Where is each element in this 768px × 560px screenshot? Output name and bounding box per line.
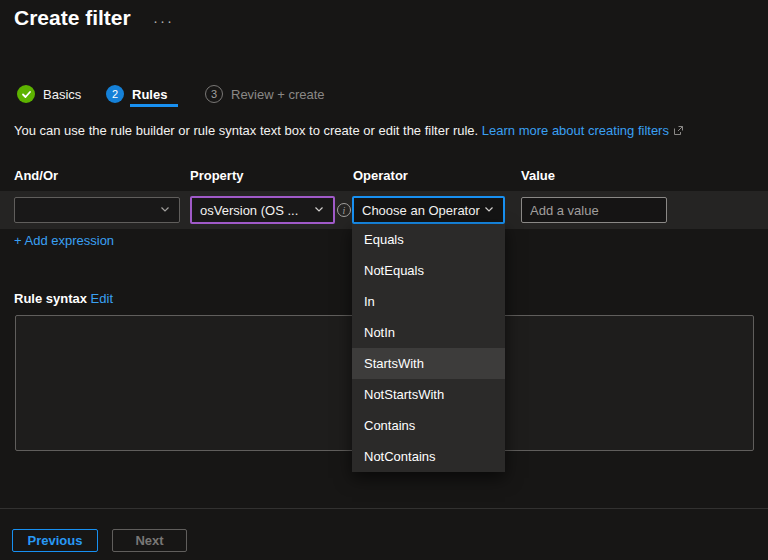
rule-syntax-header: Rule syntax Edit	[14, 291, 113, 306]
operator-option-notstartswith[interactable]: NotStartsWith	[352, 379, 505, 410]
column-header-operator: Operator	[353, 168, 408, 183]
chevron-down-icon	[159, 203, 171, 218]
operator-option-in[interactable]: In	[352, 286, 505, 317]
andor-select[interactable]	[14, 197, 180, 223]
more-options-icon[interactable]: ···	[153, 12, 174, 29]
info-icon[interactable]: i	[337, 203, 351, 217]
active-step-indicator	[130, 104, 178, 107]
create-filter-pane: Create filter ··· Basics 2 Rules 3 Revie…	[0, 0, 768, 560]
description-text: You can use the rule builder or rule syn…	[14, 123, 478, 138]
external-link-icon	[673, 124, 684, 139]
page-title: Create filter	[14, 6, 131, 30]
operator-select[interactable]: Choose an Operator	[352, 196, 505, 224]
next-button[interactable]: Next	[112, 529, 187, 552]
chevron-down-icon	[483, 203, 495, 218]
operator-option-notcontains[interactable]: NotContains	[352, 441, 505, 472]
step-number-badge: 2	[106, 85, 124, 103]
tab-review-create[interactable]: 3 Review + create	[205, 84, 325, 104]
value-input[interactable]	[521, 197, 667, 223]
learn-more-link[interactable]: Learn more about creating filters	[482, 123, 669, 138]
property-select[interactable]: osVersion (OS ...	[190, 196, 335, 224]
operator-option-equals[interactable]: Equals	[352, 224, 505, 255]
operator-option-startswith[interactable]: StartsWith	[352, 348, 505, 379]
rules-description: You can use the rule builder or rule syn…	[14, 123, 684, 139]
column-header-value: Value	[521, 168, 555, 183]
operator-option-contains[interactable]: Contains	[352, 410, 505, 441]
tab-rules[interactable]: 2 Rules	[106, 84, 167, 104]
step-number-badge: 3	[205, 85, 223, 103]
column-header-andor: And/Or	[14, 168, 58, 183]
operator-option-notequals[interactable]: NotEquals	[352, 255, 505, 286]
add-expression-link[interactable]: + Add expression	[14, 233, 114, 248]
column-header-property: Property	[190, 168, 243, 183]
footer-divider	[0, 508, 768, 509]
previous-button[interactable]: Previous	[12, 529, 98, 552]
check-icon	[17, 85, 35, 103]
operator-select-placeholder: Choose an Operator	[362, 203, 480, 218]
step-basics-label: Basics	[43, 87, 81, 102]
tab-basics[interactable]: Basics	[17, 84, 81, 104]
operator-dropdown-menu: Equals NotEquals In NotIn StartsWith Not…	[352, 224, 505, 472]
step-rules-label: Rules	[132, 87, 167, 102]
chevron-down-icon	[313, 203, 325, 218]
rule-syntax-edit-link[interactable]: Edit	[91, 291, 113, 306]
step-review-label: Review + create	[231, 87, 325, 102]
property-select-value: osVersion (OS ...	[200, 203, 298, 218]
rule-syntax-label: Rule syntax	[14, 291, 87, 306]
operator-option-notin[interactable]: NotIn	[352, 317, 505, 348]
